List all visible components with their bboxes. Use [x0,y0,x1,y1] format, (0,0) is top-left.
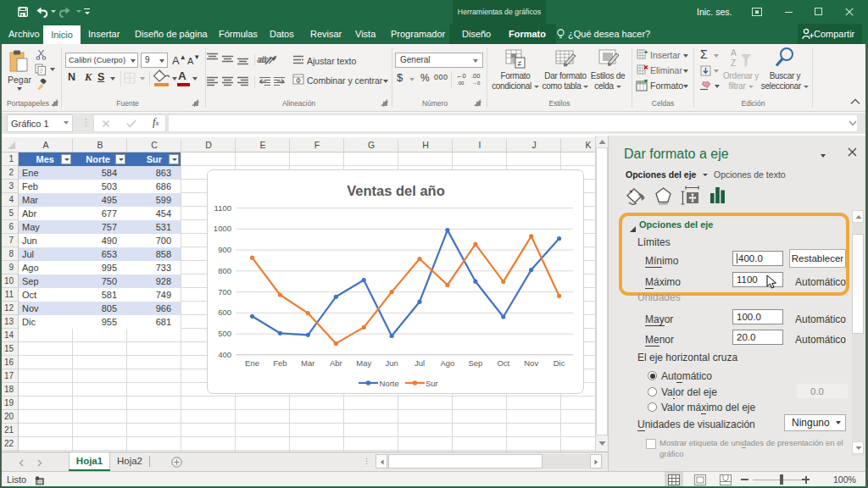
svg-text:900: 900 [218,245,231,254]
svg-text:Sep: Sep [468,358,482,368]
svg-text:.00: .00 [471,72,480,80]
svg-text:Abr: Abr [330,358,342,368]
svg-text:.00: .00 [457,80,465,86]
svg-text:700: 700 [218,287,231,297]
svg-text:Ventas del año: Ventas del año [347,183,445,198]
svg-text:Ago: Ago [440,358,454,368]
svg-text:500: 500 [218,329,231,338]
svg-text:May: May [356,358,371,368]
svg-text:Dic: Dic [554,358,565,368]
svg-text:Norte: Norte [380,379,399,388]
svg-text:Sur: Sur [426,379,438,388]
svg-text:A: A [731,48,737,58]
svg-text:1000: 1000 [214,224,231,233]
svg-text:Ene: Ene [245,358,259,368]
svg-text:Feb: Feb [273,358,287,368]
svg-text:800: 800 [218,266,231,275]
svg-text:1100: 1100 [214,203,231,213]
svg-text:Oct: Oct [497,358,509,368]
svg-text:600: 600 [218,308,231,317]
svg-text:Jul: Jul [415,358,425,368]
svg-text:Nov: Nov [524,358,538,368]
svg-text:ab: ab [259,54,269,64]
svg-text:←0: ←0 [456,72,466,80]
svg-text:400: 400 [218,350,231,359]
svg-text:Z: Z [731,58,736,68]
svg-text:≠: ≠ [518,59,522,68]
svg-text:Mar: Mar [301,358,314,368]
svg-text:→0: →0 [472,80,481,86]
svg-text:Jun: Jun [385,358,398,368]
